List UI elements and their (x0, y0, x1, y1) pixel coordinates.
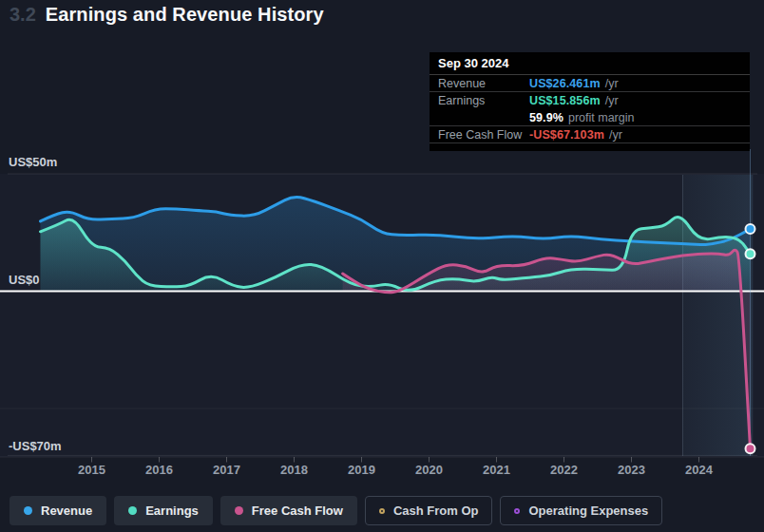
x-tick-label: 2016 (145, 463, 173, 477)
free-cash-flow-series-dot-icon (235, 506, 243, 515)
chart-tooltip: Sep 30 2024 Revenue US$26.461m /yr Earni… (430, 52, 750, 151)
earnings-endpoint-dot[interactable] (746, 249, 755, 258)
tooltip-date: Sep 30 2024 (430, 52, 750, 75)
chart-legend: Revenue Earnings Free Cash Flow Cash Fro… (10, 496, 662, 525)
y-tick-label: US$50m (9, 155, 57, 169)
cash-from-op-circle-icon (379, 508, 385, 514)
x-tick-label: 2024 (685, 463, 714, 477)
tooltip-row-earnings: Earnings US$15.856m /yr (430, 92, 750, 109)
tooltip-label: Earnings (438, 94, 529, 107)
tooltip-row-profit-margin: 59.9% profit margin (430, 109, 750, 126)
x-tick-label: 2022 (550, 463, 578, 477)
earnings-series-dot-icon (128, 506, 137, 515)
tooltip-value: 59.9% (529, 111, 563, 124)
legend-earnings-button[interactable]: Earnings (114, 496, 213, 525)
legend-free-cash-flow-button[interactable]: Free Cash Flow (220, 496, 357, 525)
tooltip-row-free-cash-flow: Free Cash Flow -US$67.103m /yr (430, 126, 750, 143)
x-tick-label: 2019 (348, 463, 375, 477)
legend-cash-from-op-button[interactable]: Cash From Op (365, 496, 493, 525)
x-tick-label: 2018 (280, 463, 308, 477)
legend-revenue-button[interactable]: Revenue (10, 496, 106, 525)
tooltip-suffix: /yr (605, 94, 619, 107)
tooltip-row-revenue: Revenue US$26.461m /yr (430, 75, 750, 92)
tooltip-value: US$15.856m (529, 94, 601, 107)
tooltip-suffix: /yr (609, 128, 622, 142)
tooltip-label: Revenue (438, 77, 529, 90)
earnings-revenue-history-panel: 3.2 Earnings and Revenue History 2015201… (0, 0, 764, 532)
tooltip-suffix: profit margin (568, 111, 634, 124)
legend-label: Free Cash Flow (252, 504, 343, 518)
y-tick-label: US$0 (9, 273, 40, 287)
operating-expenses-circle-icon (514, 508, 520, 514)
tooltip-label: Free Cash Flow (438, 128, 529, 142)
revenue-series-dot-icon (24, 506, 32, 515)
x-tick-label: 2021 (483, 463, 510, 477)
legend-label: Cash From Op (393, 504, 479, 518)
x-tick-label: 2017 (213, 463, 240, 477)
tooltip-value: -US$67.103m (529, 128, 604, 142)
tooltip-value: US$26.461m (529, 77, 601, 90)
legend-operating-expenses-button[interactable]: Operating Expenses (500, 496, 662, 525)
tooltip-suffix: /yr (605, 77, 619, 90)
page-title: Earnings and Revenue History (46, 4, 324, 26)
section-header: 3.2 Earnings and Revenue History (10, 4, 324, 26)
section-number: 3.2 (10, 4, 36, 26)
plot-background (0, 174, 764, 457)
legend-label: Revenue (41, 504, 92, 518)
free-cash-flow-endpoint-dot[interactable] (746, 444, 755, 453)
legend-label: Earnings (145, 504, 199, 518)
legend-label: Operating Expenses (528, 504, 648, 518)
y-tick-label: -US$70m (9, 439, 62, 453)
x-tick-label: 2020 (415, 463, 443, 477)
x-tick-label: 2015 (78, 463, 105, 477)
revenue-endpoint-dot[interactable] (746, 224, 755, 234)
x-tick-label: 2023 (618, 463, 645, 477)
